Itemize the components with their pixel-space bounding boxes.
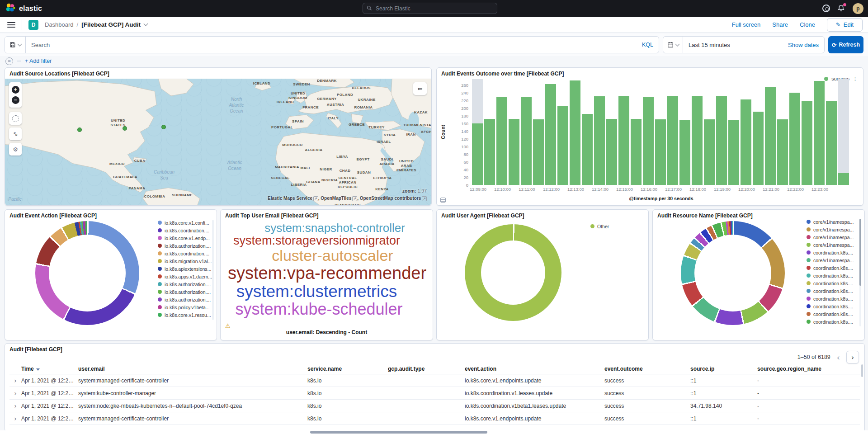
map-data-point[interactable] <box>77 127 82 132</box>
global-search[interactable] <box>363 3 497 14</box>
legend-item[interactable]: coordination.k8s.... <box>807 287 857 295</box>
tag-cloud-word[interactable]: system:storageversionmigrator <box>233 234 400 247</box>
user-avatar[interactable]: p <box>853 3 863 14</box>
edit-button[interactable]: ✎ Edit <box>827 18 863 32</box>
legend-item[interactable]: core/v1/namespa... <box>807 241 857 249</box>
legend-item[interactable]: io.k8s.migration.v1al... <box>158 257 210 265</box>
column-header-user-email[interactable]: user.email <box>78 366 307 372</box>
bar-success[interactable] <box>472 123 483 185</box>
full-screen-button[interactable]: Full screen <box>732 21 761 28</box>
map-data-point[interactable] <box>161 125 166 129</box>
table-row[interactable]: ›Apr 1, 2021 @ 12:23:35.500system:node:g… <box>9 400 860 412</box>
bar-success[interactable] <box>655 119 666 185</box>
bar-success[interactable] <box>777 119 788 185</box>
help-icon[interactable] <box>822 5 830 12</box>
bar-success[interactable] <box>618 96 629 185</box>
legend-item[interactable]: core/v1/namespa... <box>807 233 857 241</box>
map-tools-button[interactable]: ⚙ <box>9 143 22 156</box>
bar-success[interactable] <box>802 101 812 185</box>
refresh-button[interactable]: ⟳ Refresh <box>828 36 863 53</box>
column-header-event-action[interactable]: event.action <box>465 366 604 372</box>
bar-success[interactable] <box>496 97 507 185</box>
bar-success[interactable] <box>789 93 800 185</box>
attribution-link[interactable]: Elastic Maps Service <box>268 196 312 201</box>
table-vertical-scrollbar[interactable] <box>861 364 863 377</box>
legend-item[interactable]: io.k8s.authorization.... <box>158 288 210 296</box>
bar-success[interactable] <box>570 80 580 185</box>
query-language-button[interactable]: KQL <box>637 42 659 48</box>
add-filter-button[interactable]: + Add filter <box>25 58 52 64</box>
share-button[interactable]: Share <box>772 21 788 28</box>
bar-success[interactable] <box>692 96 703 185</box>
legend-item[interactable]: io.k8s.coordination.... <box>158 226 210 234</box>
saved-query-menu-button[interactable] <box>5 37 26 53</box>
attribution-link[interactable]: OpenMapTiles <box>321 196 351 201</box>
bar-success[interactable] <box>643 97 654 185</box>
elastic-brand[interactable]: elastic <box>0 3 181 14</box>
bar-success[interactable] <box>521 97 532 185</box>
column-header-event-outcome[interactable]: event.outcome <box>604 366 690 372</box>
bar-success[interactable] <box>838 173 849 185</box>
column-header-source-ip[interactable]: source.ip <box>690 366 757 372</box>
table-row[interactable]: ›Apr 1, 2021 @ 12:23:37.494system:manage… <box>9 374 860 387</box>
legend-item[interactable]: coordination.k8s.... <box>807 272 857 279</box>
user-agent-donut[interactable] <box>465 224 561 321</box>
tag-cloud-word[interactable]: system:vpa-recommender <box>228 264 426 283</box>
legend-item[interactable]: io.k8s.authorization.... <box>158 242 210 250</box>
column-header-gcp-audit-type[interactable]: gcp.audit.type <box>388 366 465 372</box>
bar-success[interactable] <box>606 119 617 185</box>
world-map[interactable]: ICELANDSWEDENDENMARKUNITED KINGDOMIRELAN… <box>5 79 431 205</box>
tag-cloud-word[interactable]: system:clustermetrics <box>236 283 397 301</box>
show-dates-button[interactable]: Show dates <box>788 42 824 48</box>
breadcrumb-dashboard[interactable]: Dashboard <box>45 21 74 28</box>
tag-cloud-word[interactable]: cluster-autoscaler <box>272 247 393 264</box>
zoom-in-button[interactable]: + <box>12 86 19 94</box>
legend-item[interactable]: io.k8s.policy.v1beta... <box>158 303 210 311</box>
bar-success[interactable] <box>765 87 776 185</box>
horizontal-scrollbar-thumb[interactable] <box>310 431 487 434</box>
bar-success[interactable] <box>582 114 593 185</box>
global-search-input[interactable] <box>375 5 493 12</box>
bar-success[interactable] <box>753 112 764 185</box>
bar-success[interactable] <box>679 120 690 185</box>
row-expand-icon[interactable]: › <box>9 415 21 422</box>
legend-item[interactable]: io.k8s.authorization.... <box>158 296 210 303</box>
resource-name-donut[interactable] <box>681 221 785 325</box>
tag-cloud-word[interactable]: system:kube-scheduler <box>235 301 402 318</box>
legend-collapse-button[interactable]: ⇐ <box>413 82 427 95</box>
map-data-point[interactable] <box>123 126 127 131</box>
legend-scrollbar[interactable] <box>212 220 214 320</box>
column-header-source-geo-region-name[interactable]: source.geo.region_name <box>757 366 860 372</box>
bar-success[interactable] <box>631 119 642 185</box>
legend-item[interactable]: coordination.k8s.... <box>807 310 857 318</box>
bar-success[interactable] <box>545 84 556 185</box>
event-action-donut[interactable] <box>35 221 139 325</box>
title-chevron-down-icon[interactable] <box>144 22 148 26</box>
row-expand-icon[interactable]: › <box>9 377 21 384</box>
legend-item[interactable]: io.k8s.apps.v1.daem... <box>158 273 210 280</box>
legend-item[interactable]: io.k8s.core.v1.resou... <box>158 311 210 319</box>
legend-scrollbar-thumb[interactable] <box>859 219 861 286</box>
zoom-out-button[interactable]: − <box>12 96 19 104</box>
bar-success[interactable] <box>826 101 837 185</box>
legend-item[interactable]: coordination.k8s.... <box>807 249 857 256</box>
bar-success[interactable] <box>704 119 715 185</box>
bar-success[interactable] <box>557 106 568 185</box>
bar-success[interactable] <box>533 119 544 185</box>
bar-success[interactable] <box>728 120 739 185</box>
space-badge[interactable]: D <box>28 20 38 30</box>
column-header-time[interactable]: Time <box>21 366 78 372</box>
map-measure-button[interactable]: ↔ <box>9 127 22 140</box>
map-attribution[interactable]: Elastic Maps Service↗, OpenMapTiles↗, Op… <box>268 196 427 201</box>
bar-success[interactable] <box>741 99 751 185</box>
row-expand-icon[interactable]: › <box>9 402 21 410</box>
filter-icon[interactable]: ≡ <box>5 57 13 65</box>
legend-item[interactable]: coordination.k8s.... <box>807 318 857 326</box>
chart-options-icon[interactable] <box>440 198 446 203</box>
legend-item[interactable]: io.k8s.authorization.... <box>158 280 210 288</box>
column-header-service-name[interactable]: service.name <box>307 366 388 372</box>
menu-hamburger-icon[interactable] <box>7 22 15 28</box>
legend-item[interactable]: coordination.k8s.... <box>807 302 857 310</box>
attribution-link[interactable]: OpenStreetMap contributors <box>360 196 421 201</box>
legend-item[interactable]: core/v1/namespa... <box>807 256 857 264</box>
